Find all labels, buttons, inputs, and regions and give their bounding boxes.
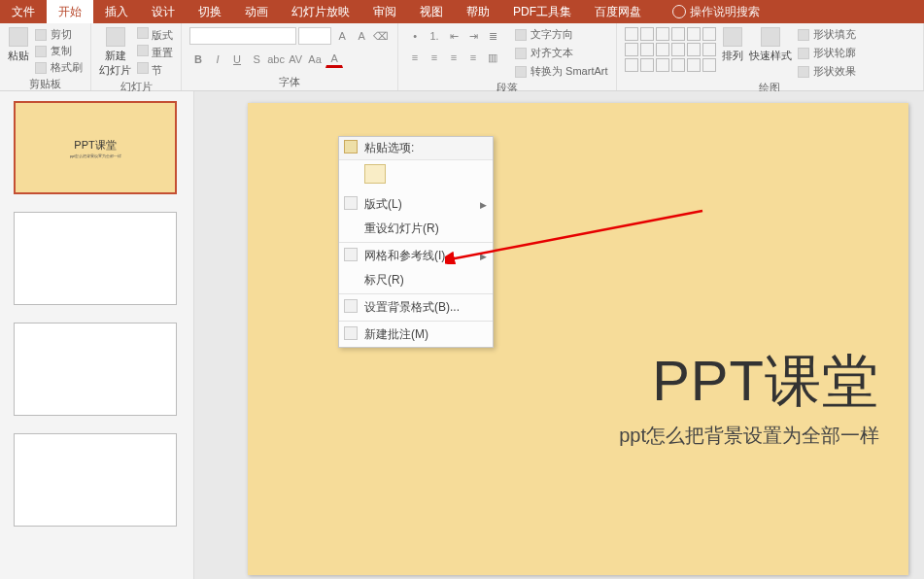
tab-insert[interactable]: 插入 — [93, 0, 140, 23]
tab-file[interactable]: 文件 — [0, 0, 47, 23]
shape-cell[interactable] — [640, 43, 654, 56]
lightbulb-icon — [672, 5, 686, 18]
ctx-new-comment[interactable]: 新建批注(M) — [339, 323, 493, 347]
tab-slideshow[interactable]: 幻灯片放映 — [280, 0, 361, 23]
smartart-button[interactable]: 转换为 SmartArt — [515, 64, 607, 79]
align-right-button[interactable]: ≡ — [445, 49, 462, 66]
indent-inc-button[interactable]: ⇥ — [464, 27, 482, 45]
font-color-button[interactable]: A — [325, 51, 343, 68]
text-direction-button[interactable]: 文字方向 — [515, 27, 607, 42]
thumbnail-slide-3[interactable] — [14, 323, 177, 416]
ctx-reset-slide[interactable]: 重设幻灯片(R) — [339, 217, 493, 241]
case-button[interactable]: Aa — [306, 51, 324, 68]
group-slides: 新建 幻灯片 版式 重置 节 幻灯片 — [91, 23, 182, 90]
tab-transitions[interactable]: 切换 — [187, 0, 233, 23]
shape-cell[interactable] — [625, 27, 638, 41]
tab-design[interactable]: 设计 — [140, 0, 187, 23]
paste-options-icon — [344, 140, 358, 153]
slide-canvas-area[interactable]: PPT课堂 ppt怎么把背景设置为全部一样 — [194, 91, 924, 579]
shape-cell[interactable] — [687, 58, 701, 72]
line-spacing-button[interactable]: ≣ — [484, 27, 501, 45]
cut-button[interactable]: 剪切 — [35, 27, 83, 42]
tab-review[interactable]: 审阅 — [361, 0, 408, 23]
shape-cell[interactable] — [656, 58, 669, 72]
tab-baidu[interactable]: 百度网盘 — [583, 0, 653, 23]
ctx-ruler[interactable]: 标尺(R) — [339, 268, 493, 292]
paste-option-icon[interactable] — [364, 164, 386, 184]
shape-effects-button[interactable]: 形状效果 — [798, 64, 856, 79]
font-family-input[interactable] — [189, 27, 296, 45]
layout-icon — [344, 196, 358, 210]
tab-help[interactable]: 帮助 — [455, 0, 501, 23]
justify-button[interactable]: ≡ — [464, 49, 482, 66]
numbering-button[interactable]: 1. — [426, 27, 443, 45]
shape-cell[interactable] — [671, 43, 685, 56]
tab-pdf[interactable]: PDF工具集 — [501, 0, 583, 23]
ctx-layout[interactable]: 版式(L)▶ — [339, 192, 493, 217]
align-center-button[interactable]: ≡ — [426, 49, 443, 66]
copy-button[interactable]: 复制 — [35, 44, 83, 58]
shape-fill-button[interactable]: 形状填充 — [798, 27, 856, 42]
tab-view[interactable]: 视图 — [408, 0, 455, 23]
shadow-button[interactable]: abc — [267, 51, 285, 68]
shape-cell[interactable] — [656, 27, 669, 41]
aligntext-icon — [515, 48, 527, 59]
thumb-subtitle: ppt怎么把背景设置为全部一样 — [69, 153, 121, 157]
font-size-input[interactable] — [298, 27, 331, 45]
underline-button[interactable]: U — [228, 51, 246, 68]
menu-tabs: 文件 开始 插入 设计 切换 动画 幻灯片放映 审阅 视图 帮助 PDF工具集 … — [0, 0, 924, 23]
italic-button[interactable]: I — [209, 51, 226, 68]
slide-subtitle[interactable]: ppt怎么把背景设置为全部一样 — [619, 423, 879, 449]
columns-button[interactable]: ▥ — [484, 49, 501, 66]
reset-button[interactable]: 重置 — [137, 45, 173, 60]
shape-cell[interactable] — [687, 27, 701, 41]
ctx-format-background[interactable]: 设置背景格式(B)... — [339, 295, 493, 320]
bullets-button[interactable]: • — [406, 27, 424, 45]
new-slide-button[interactable]: 新建 幻灯片 — [99, 27, 131, 78]
clear-format-button[interactable]: ⌫ — [372, 27, 390, 45]
thumbnail-slide-1[interactable]: PPT课堂 ppt怎么把背景设置为全部一样 — [14, 101, 177, 194]
fill-icon — [798, 29, 809, 41]
shapes-gallery[interactable] — [625, 27, 716, 72]
shape-cell[interactable] — [640, 58, 654, 72]
new-slide-icon — [106, 27, 125, 47]
tab-animations[interactable]: 动画 — [233, 0, 280, 23]
thumbnail-slide-2[interactable] — [14, 212, 177, 305]
increase-font-button[interactable]: A — [333, 27, 351, 45]
bold-button[interactable]: B — [189, 51, 207, 68]
ctx-grid-guides[interactable]: 网格和参考线(I)...▶ — [339, 244, 493, 268]
shape-cell[interactable] — [671, 58, 685, 72]
shape-cell[interactable] — [625, 43, 638, 56]
chevron-right-icon: ▶ — [480, 200, 487, 210]
section-button[interactable]: 节 — [137, 62, 173, 78]
slide-title[interactable]: PPT课堂 — [652, 344, 879, 420]
layout-button[interactable]: 版式 — [137, 27, 173, 43]
shape-cell[interactable] — [625, 58, 638, 72]
shape-outline-button[interactable]: 形状轮廓 — [798, 46, 856, 60]
shape-cell[interactable] — [702, 43, 716, 56]
quick-styles-button[interactable]: 快速样式 — [749, 27, 792, 63]
paste-button[interactable]: 粘贴 — [8, 27, 29, 63]
align-left-button[interactable]: ≡ — [406, 49, 424, 66]
slide-thumbnails-panel[interactable]: PPT课堂 ppt怎么把背景设置为全部一样 — [0, 91, 194, 579]
shape-cell[interactable] — [640, 27, 654, 41]
group-font: A A ⌫ B I U S abc AV Aa A 字体 — [182, 23, 398, 90]
align-text-button[interactable]: 对齐文本 — [515, 46, 607, 60]
decrease-font-button[interactable]: A — [353, 27, 370, 45]
shape-cell[interactable] — [671, 27, 685, 41]
spacing-button[interactable]: AV — [287, 51, 304, 68]
tell-me-search[interactable]: 操作说明搜索 — [672, 4, 760, 20]
shape-cell[interactable] — [702, 27, 716, 41]
thumbnail-slide-4[interactable] — [14, 433, 177, 527]
arrange-button[interactable]: 排列 — [722, 27, 743, 63]
copy-icon — [35, 46, 47, 57]
separator — [339, 293, 493, 294]
shape-cell[interactable] — [687, 43, 701, 56]
format-painter-button[interactable]: 格式刷 — [35, 60, 83, 75]
shape-cell[interactable] — [702, 58, 716, 72]
shape-cell[interactable] — [656, 43, 669, 56]
tab-home[interactable]: 开始 — [47, 0, 93, 23]
indent-dec-button[interactable]: ⇤ — [445, 27, 462, 45]
strike-button[interactable]: S — [248, 51, 265, 68]
thumb-title: PPT课堂 — [74, 138, 116, 153]
